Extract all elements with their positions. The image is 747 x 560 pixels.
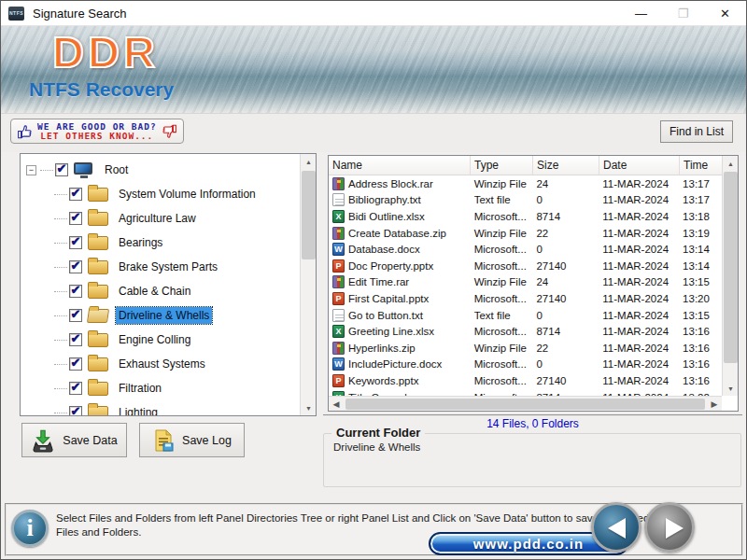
tree-item-checkbox[interactable]: ✔	[69, 357, 82, 371]
tree-item-label[interactable]: Brake System Parts	[116, 259, 220, 275]
file-type: Winzip File	[471, 178, 533, 189]
tree-item-label[interactable]: System Volume Information	[116, 186, 259, 203]
tree-item-label[interactable]: Lighting	[116, 404, 161, 416]
column-header-date[interactable]: Date	[599, 156, 680, 175]
find-in-list-button[interactable]: Find in List	[660, 120, 733, 143]
column-header-time[interactable]: Time	[680, 156, 723, 175]
tree-item[interactable]: ✔ Driveline & Whells	[26, 303, 299, 328]
scroll-up-icon[interactable]: ▲	[301, 154, 317, 169]
file-name: Hyperlinks.zip	[348, 343, 416, 354]
file-time: 13:16	[679, 326, 722, 337]
current-folder-groupbox: Current Folder Driveline & Whells	[323, 433, 741, 487]
file-row[interactable]: Bibliography.txt Text file 0 11-MAR-2024…	[329, 192, 722, 209]
website-label: www.pdd.co.in	[473, 536, 584, 552]
scroll-left-icon[interactable]: ◀	[329, 397, 344, 412]
tree-item-label[interactable]: Exhaust Systems	[116, 356, 208, 372]
list-vertical-scrollbar[interactable]: ▲ ▼	[722, 156, 738, 396]
file-date: 11-MAR-2024	[599, 375, 679, 386]
file-type-icon	[332, 227, 345, 240]
close-button[interactable]: ✕	[704, 1, 746, 26]
tree-scrollbar[interactable]: ▲ ▼	[300, 154, 316, 415]
file-date: 11-MAR-2024	[599, 260, 679, 272]
file-row[interactable]: WIncludePicture.docx Microsoft... 0 11-M…	[329, 357, 722, 373]
tree-item-checkbox[interactable]: ✔	[69, 333, 82, 346]
tree-item-label[interactable]: Bearings	[116, 234, 165, 251]
collapse-icon[interactable]: −	[26, 165, 36, 175]
list-horizontal-scrollbar[interactable]: ◀ ▶	[329, 396, 722, 411]
tree-scroll-thumb[interactable]	[302, 171, 316, 259]
save-data-button[interactable]: Save Data	[21, 423, 127, 457]
window-title: Signature Search	[33, 7, 126, 21]
tree-item-checkbox[interactable]: ✔	[69, 406, 82, 416]
file-row[interactable]: WDatabase.docx Microsoft... 0 11-MAR-202…	[329, 241, 722, 258]
file-row[interactable]: XTitle Case.xlsx Microsoft... 8714 11-MA…	[329, 389, 722, 396]
column-header-name[interactable]: Name	[329, 156, 471, 175]
tree-item-checkbox[interactable]: ✔	[69, 382, 82, 395]
minimize-button[interactable]: —	[620, 1, 662, 26]
file-row[interactable]: XBidi Outline.xlsx Microsoft... 8714 11-…	[329, 208, 722, 225]
file-time: 13:16	[679, 375, 722, 386]
file-name: Doc Property.pptx	[348, 260, 433, 272]
scroll-right-icon[interactable]: ▶	[707, 397, 722, 412]
file-date: 11-MAR-2024	[599, 194, 679, 205]
file-type: Winzip File	[471, 276, 533, 287]
column-header-size[interactable]: Size	[533, 156, 599, 175]
tree-item-checkbox[interactable]: ✔	[69, 188, 82, 201]
root-checkbox[interactable]: ✔	[55, 163, 68, 176]
file-type: Text file	[471, 194, 533, 205]
scroll-up-icon[interactable]: ▲	[723, 156, 739, 171]
tree-root-label[interactable]: Root	[102, 161, 131, 178]
hscroll-thumb[interactable]	[345, 399, 705, 410]
file-row[interactable]: Edit Time.rar Winzip File 24 11-MAR-2024…	[329, 274, 722, 291]
list-scroll-thumb[interactable]	[724, 172, 738, 363]
feedback-button[interactable]: WE ARE GOOD OR BAD? LET OTHERS KNOW...	[10, 119, 184, 144]
file-row[interactable]: Address Block.rar Winzip File 24 11-MAR-…	[329, 175, 722, 192]
save-log-button[interactable]: Save Log	[139, 423, 245, 457]
file-time: 13:14	[679, 244, 722, 255]
scroll-down-icon[interactable]: ▼	[723, 381, 739, 396]
tree-item-label[interactable]: Agriculture Law	[116, 210, 199, 227]
tree-item-checkbox[interactable]: ✔	[69, 309, 82, 322]
file-type-icon	[332, 275, 345, 288]
tree-item[interactable]: ✔ Exhaust Systems	[26, 352, 299, 376]
file-time: 13:20	[679, 293, 722, 304]
file-name: Go to Button.txt	[348, 310, 423, 321]
file-date: 11-MAR-2024	[599, 276, 679, 287]
tree-item-checkbox[interactable]: ✔	[69, 212, 82, 225]
file-time: 13:16	[679, 358, 722, 370]
tree-item-label[interactable]: Filtration	[116, 380, 164, 397]
file-type-icon	[332, 193, 345, 206]
file-row[interactable]: XGreeting Line.xlsx Microsoft... 8714 11…	[329, 323, 722, 340]
tree-item-label[interactable]: Engine Colling	[116, 331, 193, 348]
file-row[interactable]: Hyperlinks.zip Winzip File 22 11-MAR-202…	[329, 340, 722, 357]
tree-item-checkbox[interactable]: ✔	[69, 260, 82, 273]
tree-item[interactable]: ✔ System Volume Information	[26, 182, 299, 206]
file-row[interactable]: Create Database.zip Winzip File 22 11-MA…	[329, 225, 722, 242]
file-name: Database.docx	[348, 244, 420, 255]
tree-item[interactable]: ✔ Cable & Chain	[26, 279, 299, 303]
tree-item-checkbox[interactable]: ✔	[69, 236, 82, 249]
scroll-down-icon[interactable]: ▼	[301, 400, 317, 415]
tree-item[interactable]: ✔ Brake System Parts	[26, 255, 299, 279]
forward-button[interactable]	[644, 502, 695, 553]
tree-item-label[interactable]: Cable & Chain	[116, 283, 193, 300]
tree-item[interactable]: ✔ Engine Colling	[26, 328, 299, 352]
file-row[interactable]: Go to Button.txt Text file 0 11-MAR-2024…	[329, 307, 722, 324]
tree-item[interactable]: ✔ Bearings	[26, 231, 299, 255]
back-button[interactable]	[591, 502, 641, 553]
tree-root-row[interactable]: − ✔ Root	[26, 158, 299, 182]
file-row[interactable]: PDoc Property.pptx Microsoft... 27140 11…	[329, 258, 722, 274]
file-size: 27140	[532, 293, 599, 304]
tree-item-checkbox[interactable]: ✔	[69, 285, 82, 298]
file-row[interactable]: PFirst Capital.pptx Microsoft... 27140 1…	[329, 290, 722, 307]
tree-item-label[interactable]: Driveline & Whells	[116, 307, 212, 324]
file-type: Microsoft...	[471, 358, 533, 370]
tree-item[interactable]: ✔ Lighting	[26, 400, 299, 416]
tree-item[interactable]: ✔ Filtration	[26, 376, 299, 400]
tree-item[interactable]: ✔ Agriculture Law	[26, 206, 299, 231]
file-row[interactable]: PKeywords.pptx Microsoft... 27140 11-MAR…	[329, 372, 722, 389]
current-folder-value: Driveline & Whells	[333, 441, 420, 453]
signature-search-window: NTFS Signature Search — ❐ ✕ DDR NTFS Rec…	[0, 0, 747, 560]
column-header-type[interactable]: Type	[471, 156, 533, 175]
folder-icon	[88, 382, 108, 396]
